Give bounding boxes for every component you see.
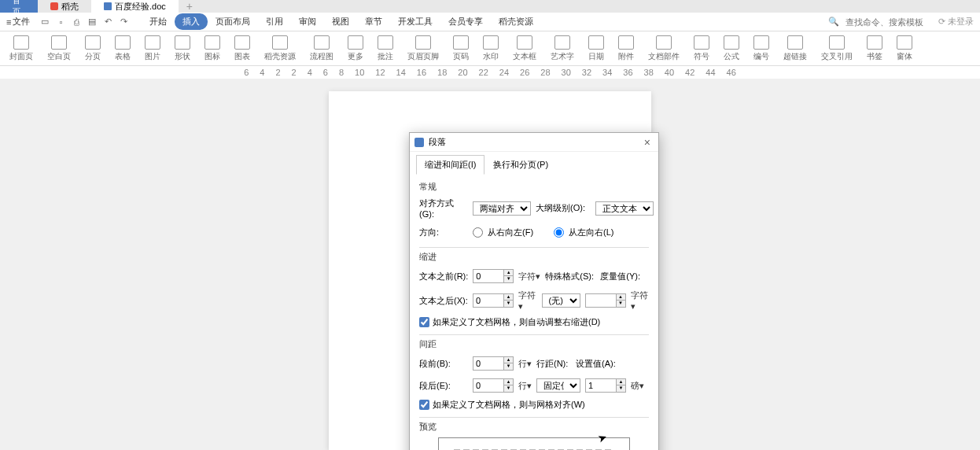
new-tab-button[interactable]: + <box>179 0 201 13</box>
ribbon-icon <box>13 35 29 50</box>
char-unit: 字符▾ <box>518 271 540 282</box>
ribbon-item-9[interactable]: 流程图 <box>310 35 333 62</box>
menu-file[interactable]: ≡ 文件 <box>6 16 30 28</box>
close-button[interactable]: × <box>641 136 654 149</box>
ruler-mark: 44 <box>703 68 717 77</box>
ribbon-icon <box>453 35 469 50</box>
tab-line-page-breaks[interactable]: 换行和分页(P) <box>484 155 557 175</box>
char-unit: 字符▾ <box>518 290 537 312</box>
quick-access: ▭ ▫ ⎙ ▤ ↶ ↷ <box>39 17 129 28</box>
ribbon-item-14[interactable]: 水印 <box>483 35 499 62</box>
setvalue-spinner[interactable]: ▲▼ <box>585 378 626 393</box>
ribbon-item-11[interactable]: 批注 <box>378 35 393 62</box>
ruler-mark: 40 <box>662 68 676 77</box>
print-icon[interactable]: ⎙ <box>71 17 82 28</box>
ribbon-item-0[interactable]: 封面页 <box>9 35 33 62</box>
ribbon-item-24[interactable]: 交叉引用 <box>821 35 853 62</box>
save-icon[interactable]: ▫ <box>55 17 66 28</box>
ribbon-icon <box>787 35 803 50</box>
ribbon-item-26[interactable]: 窗体 <box>897 35 912 62</box>
ribbon-item-22[interactable]: 编号 <box>753 35 769 62</box>
menu-tab-8[interactable]: 会员专享 <box>440 13 491 30</box>
ribbon-item-12[interactable]: 页眉页脚 <box>407 35 439 62</box>
after-text-spinner[interactable]: ▲▼ <box>473 293 514 308</box>
section-preview: 预览 <box>419 421 649 433</box>
ribbon-item-8[interactable]: 稻壳资源 <box>264 35 296 62</box>
ribbon-item-15[interactable]: 文本框 <box>513 35 536 62</box>
ribbon-item-21[interactable]: 公式 <box>724 35 739 62</box>
ribbon-item-19[interactable]: 文档部件 <box>648 35 680 62</box>
ribbon-icon <box>115 35 131 50</box>
ribbon-icon <box>85 35 101 50</box>
auto-indent-check[interactable]: 如果定义了文档网格，则自动调整右缩进(D) <box>419 316 649 328</box>
undo-icon[interactable]: ↶ <box>102 17 113 28</box>
tab-document[interactable]: 百度经验.doc <box>91 0 179 13</box>
ribbon-item-1[interactable]: 空白页 <box>47 35 71 62</box>
menubar: ≡ 文件 ▭ ▫ ⎙ ▤ ↶ ↷ 开始插入页面布局引用审阅视图章节开发工具会员专… <box>0 13 980 31</box>
app-icon <box>50 2 58 10</box>
align-select[interactable]: 两端对齐 <box>473 201 531 216</box>
menu-tab-3[interactable]: 引用 <box>258 13 291 30</box>
ribbon-icon <box>204 35 220 50</box>
ribbon-item-16[interactable]: 艺术字 <box>551 35 574 62</box>
ruler-mark: 2 <box>289 68 299 77</box>
menu-tab-0[interactable]: 开始 <box>142 13 175 30</box>
ribbon-item-2[interactable]: 分页 <box>85 35 101 62</box>
after-text-label: 文本之后(X): <box>419 295 468 307</box>
space-before-spinner[interactable]: ▲▼ <box>473 356 514 371</box>
ribbon-item-25[interactable]: 书签 <box>867 35 882 62</box>
ribbon-item-18[interactable]: 附件 <box>618 35 634 62</box>
radio-ltr[interactable]: 从左向右(L) <box>554 227 613 238</box>
ribbon-item-3[interactable]: 表格 <box>115 35 131 62</box>
tab-indent-spacing[interactable]: 缩进和间距(I) <box>416 155 484 175</box>
ribbon-item-23[interactable]: 超链接 <box>783 35 807 62</box>
ruler-mark: 16 <box>414 68 429 77</box>
measure-spinner[interactable]: ▲▼ <box>585 293 626 308</box>
ribbon-item-4[interactable]: 图片 <box>145 35 160 62</box>
search-input[interactable] <box>846 17 932 27</box>
section-indent: 缩进 <box>419 251 649 263</box>
special-select[interactable]: (无) <box>542 293 580 308</box>
redo-icon[interactable]: ↷ <box>118 17 129 28</box>
ribbon-icon <box>554 35 570 50</box>
tab-app[interactable]: 稻壳 <box>38 0 91 13</box>
ruler-mark: 4 <box>305 68 315 77</box>
ribbon-icon <box>314 35 330 50</box>
ribbon-item-10[interactable]: 更多 <box>348 35 363 62</box>
ruler-mark: 38 <box>642 68 656 77</box>
ribbon-item-5[interactable]: 形状 <box>175 35 190 62</box>
space-after-spinner[interactable]: ▲▼ <box>473 378 514 393</box>
open-icon[interactable]: ▭ <box>39 17 50 28</box>
menu-tab-1[interactable]: 插入 <box>175 13 208 30</box>
ribbon-icon <box>378 35 393 50</box>
tab-doc-label: 百度经验.doc <box>115 1 166 13</box>
preview-icon[interactable]: ▤ <box>87 17 98 28</box>
linespacing-select[interactable]: 固定值 <box>536 378 580 393</box>
menu-tab-2[interactable]: 页面布局 <box>208 13 258 30</box>
ruler-mark: 18 <box>435 68 449 77</box>
before-text-spinner[interactable]: ▲▼ <box>473 269 514 283</box>
menu-tab-4[interactable]: 审阅 <box>291 13 324 30</box>
ribbon-item-20[interactable]: 符号 <box>694 35 709 62</box>
ribbon-item-17[interactable]: 日期 <box>588 35 604 62</box>
ruler-mark: 6 <box>241 68 251 77</box>
menu-tab-9[interactable]: 稻壳资源 <box>491 13 541 30</box>
snap-grid-check[interactable]: 如果定义了文档网格，则与网格对齐(W) <box>419 399 649 411</box>
ruler-mark: 8 <box>337 68 346 77</box>
dialog-title: 段落 <box>429 136 446 148</box>
ribbon-item-7[interactable]: 图表 <box>234 35 250 62</box>
ribbon-icon <box>145 35 160 50</box>
login-status[interactable]: ⟳ 未登录 <box>938 16 974 28</box>
menu-tab-5[interactable]: 视图 <box>324 13 357 30</box>
tab-home[interactable]: 首页 <box>0 0 38 13</box>
menu-tab-6[interactable]: 章节 <box>357 13 390 30</box>
ribbon-item-13[interactable]: 页码 <box>453 35 469 62</box>
ribbon-item-6[interactable]: 图标 <box>204 35 220 62</box>
ruler-mark: 46 <box>724 68 739 77</box>
menu-tab-7[interactable]: 开发工具 <box>390 13 440 30</box>
dialog-icon <box>414 138 424 147</box>
dialog-tabs: 缩进和间距(I) 换行和分页(P) <box>410 152 658 175</box>
radio-rtl[interactable]: 从右向左(F) <box>473 227 533 238</box>
ruler-mark: 26 <box>518 68 532 77</box>
outline-select[interactable]: 正文文本 <box>595 201 654 216</box>
